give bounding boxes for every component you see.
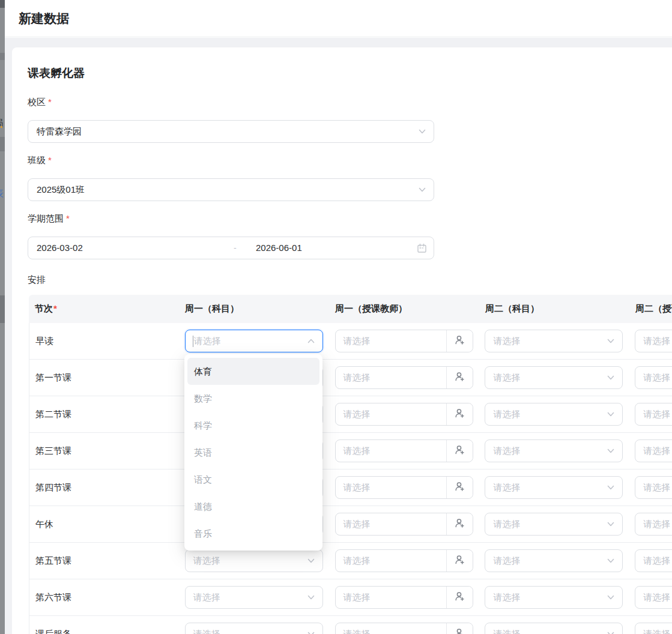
- dropdown-option-4[interactable]: 语文: [187, 466, 319, 493]
- subject-select-tue-subject-row-6[interactable]: 请选择: [485, 549, 623, 572]
- campus-select[interactable]: 特雷森学园: [28, 120, 434, 143]
- teacher-input-tue-teacher-row-3[interactable]: 请选择: [635, 440, 672, 462]
- period-label: 第一节课: [29, 372, 180, 384]
- select-placeholder: 请选择: [194, 330, 221, 352]
- subject-select-mon-subject-row-8[interactable]: 请选择: [185, 623, 323, 634]
- schedule-table: 节次*周一（科目）周一（授课教师）周二（科目）周二（授课教师） 早读请选择请选择…: [29, 295, 672, 634]
- teacher-input-group-mon-teacher-row-6: 请选择: [335, 549, 473, 572]
- input-placeholder: 请选择: [643, 513, 670, 535]
- input-placeholder: 请选择: [344, 403, 371, 425]
- teacher-input-group-tue-teacher-row-0: 请选择: [635, 330, 672, 352]
- table-cell: 请选择: [330, 623, 480, 634]
- user-add-icon: [454, 371, 465, 385]
- teacher-input-mon-teacher-row-4[interactable]: 请选择: [336, 477, 446, 498]
- subject-select-mon-subject-row-7[interactable]: 请选择: [185, 586, 323, 609]
- add-teacher-button-mon-teacher-row-8[interactable]: [446, 623, 473, 634]
- input-placeholder: 请选择: [344, 367, 371, 388]
- select-placeholder: 请选择: [493, 550, 520, 572]
- add-teacher-button-mon-teacher-row-4[interactable]: [446, 477, 473, 498]
- subject-dropdown-menu: 体育数学科学英语语文道德音乐: [184, 354, 322, 551]
- teacher-input-tue-teacher-row-2[interactable]: 请选择: [635, 403, 672, 425]
- chevron-down-icon: [307, 630, 315, 634]
- subject-select-tue-subject-row-0[interactable]: 请选择: [485, 330, 623, 352]
- teacher-input-tue-teacher-row-0[interactable]: 请选择: [635, 330, 672, 352]
- teacher-input-group-mon-teacher-row-2: 请选择: [335, 403, 473, 426]
- background-page-sliver: 局 表: [0, 0, 5, 634]
- select-placeholder: 请选择: [493, 367, 520, 388]
- add-teacher-button-mon-teacher-row-1[interactable]: [446, 367, 473, 388]
- teacher-input-mon-teacher-row-7[interactable]: 请选择: [336, 587, 446, 608]
- period-label: 课后服务: [29, 629, 180, 634]
- period-label: 第二节课: [29, 409, 180, 420]
- column-header-mon-teacher: 周一（授课教师）: [329, 303, 479, 315]
- teacher-input-group-mon-teacher-row-7: 请选择: [335, 586, 473, 609]
- table-cell: 请选择: [330, 549, 480, 572]
- subject-select-tue-subject-row-1[interactable]: 请选择: [485, 366, 623, 389]
- user-add-icon: [454, 591, 465, 605]
- add-teacher-button-mon-teacher-row-6[interactable]: [446, 550, 473, 572]
- table-cell: 请选择: [479, 476, 629, 499]
- teacher-input-mon-teacher-row-6[interactable]: 请选择: [336, 550, 446, 572]
- subject-select-mon-subject-row-0[interactable]: 请选择: [185, 330, 323, 352]
- period-label: 第六节课: [29, 592, 180, 603]
- table-cell: 请选择: [629, 586, 672, 609]
- table-row-4: 第四节课请选择请选择请选择请选择: [29, 469, 672, 506]
- chevron-down-icon: [607, 447, 615, 455]
- select-placeholder: 请选择: [493, 587, 520, 608]
- teacher-input-tue-teacher-row-4[interactable]: 请选择: [635, 477, 672, 498]
- select-placeholder: 请选择: [193, 550, 220, 572]
- dropdown-option-1[interactable]: 数学: [187, 385, 319, 412]
- add-teacher-button-mon-teacher-row-7[interactable]: [446, 587, 473, 608]
- dropdown-option-2[interactable]: 科学: [187, 412, 319, 439]
- required-asterisk: *: [66, 213, 70, 223]
- class-select[interactable]: 2025级01班: [28, 178, 434, 201]
- dropdown-option-6[interactable]: 音乐: [187, 520, 319, 547]
- add-teacher-button-mon-teacher-row-5[interactable]: [446, 513, 473, 535]
- teacher-input-group-tue-teacher-row-6: 请选择: [635, 549, 672, 572]
- table-cell: 请选择: [330, 366, 480, 389]
- subject-select-mon-subject-row-6[interactable]: 请选择: [185, 549, 323, 572]
- subject-select-tue-subject-row-4[interactable]: 请选择: [485, 476, 623, 499]
- teacher-input-mon-teacher-row-3[interactable]: 请选择: [336, 440, 446, 462]
- subject-select-tue-subject-row-7[interactable]: 请选择: [485, 586, 623, 609]
- dropdown-option-5[interactable]: 道德: [187, 493, 319, 520]
- underlay-band: [0, 295, 5, 323]
- table-row-0: 早读请选择请选择请选择请选择: [29, 323, 672, 360]
- select-placeholder: 请选择: [493, 513, 520, 535]
- teacher-input-group-tue-teacher-row-2: 请选择: [635, 403, 672, 426]
- teacher-input-mon-teacher-row-1[interactable]: 请选择: [336, 367, 446, 388]
- select-placeholder: 请选择: [493, 477, 520, 498]
- teacher-input-mon-teacher-row-2[interactable]: 请选择: [336, 403, 446, 425]
- teacher-input-mon-teacher-row-8[interactable]: 请选择: [336, 623, 446, 634]
- subject-select-tue-subject-row-5[interactable]: 请选择: [485, 513, 623, 536]
- range-end-date[interactable]: 2026-06-01: [256, 237, 302, 259]
- dropdown-option-3[interactable]: 英语: [187, 439, 319, 466]
- subject-select-tue-subject-row-8[interactable]: 请选择: [485, 623, 623, 634]
- subject-select-tue-subject-row-3[interactable]: 请选择: [485, 439, 623, 462]
- input-placeholder: 请选择: [643, 440, 670, 462]
- required-asterisk: *: [48, 97, 52, 107]
- add-teacher-button-mon-teacher-row-3[interactable]: [446, 440, 473, 462]
- add-teacher-button-mon-teacher-row-2[interactable]: [446, 403, 473, 425]
- teacher-input-tue-teacher-row-8[interactable]: 请选择: [635, 623, 672, 634]
- input-placeholder: 请选择: [344, 440, 371, 462]
- add-teacher-button-mon-teacher-row-0[interactable]: [446, 330, 473, 352]
- teacher-input-tue-teacher-row-5[interactable]: 请选择: [635, 513, 672, 535]
- subject-select-tue-subject-row-2[interactable]: 请选择: [485, 403, 623, 426]
- range-start-date[interactable]: 2026-03-02: [37, 237, 83, 259]
- user-add-icon: [454, 444, 465, 458]
- text-cursor: [193, 336, 193, 347]
- teacher-input-mon-teacher-row-5[interactable]: 请选择: [336, 513, 446, 535]
- new-data-drawer: 新建数据 课表孵化器 校区* 特雷森学园 班级*: [5, 0, 672, 634]
- period-label: 第三节课: [29, 445, 180, 457]
- dropdown-option-0[interactable]: 体育: [187, 358, 319, 385]
- teacher-input-mon-teacher-row-0[interactable]: 请选择: [336, 330, 446, 352]
- page-root: 局 表 新建数据 课表孵化器 校区* 特雷森学园: [0, 0, 672, 634]
- teacher-input-tue-teacher-row-1[interactable]: 请选择: [635, 367, 672, 388]
- chevron-down-icon: [607, 520, 615, 528]
- teacher-input-tue-teacher-row-7[interactable]: 请选择: [635, 587, 672, 608]
- teacher-input-tue-teacher-row-6[interactable]: 请选择: [635, 550, 672, 572]
- chevron-down-icon: [307, 593, 315, 602]
- semester-range-picker[interactable]: 2026-03-02 - 2026-06-01: [28, 237, 434, 259]
- chevron-down-icon: [607, 410, 615, 418]
